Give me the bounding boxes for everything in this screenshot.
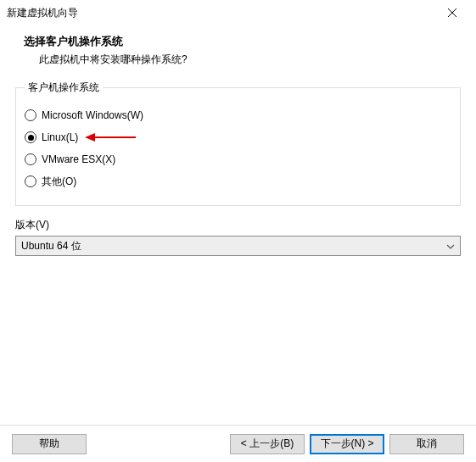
close-icon [448,8,456,17]
svg-marker-3 [85,133,95,142]
radio-label: 其他(O) [42,175,76,189]
wizard-footer: 帮助 < 上一步(B) 下一步(N) > 取消 [0,425,476,462]
radio-option-vmware-esx[interactable]: VMware ESX(X) [25,149,451,170]
version-label: 版本(V) [15,218,461,232]
radio-icon [25,109,36,121]
content-area: 客户机操作系统 Microsoft Windows(W) Linux(L) VM… [0,81,476,256]
chevron-down-icon [446,242,455,251]
version-selected: Ubuntu 64 位 [21,239,81,253]
page-title: 选择客户机操作系统 [7,34,469,49]
radio-icon [25,175,36,187]
cancel-button[interactable]: 取消 [389,434,464,454]
help-button[interactable]: 帮助 [12,434,87,454]
guest-os-fieldset: 客户机操作系统 Microsoft Windows(W) Linux(L) VM… [15,81,461,206]
titlebar: 新建虚拟机向导 [0,0,476,25]
radio-icon [25,153,36,165]
window-title: 新建虚拟机向导 [7,6,78,20]
guest-os-legend: 客户机操作系统 [25,81,103,95]
close-button[interactable] [435,1,469,25]
wizard-header: 选择客户机操作系统 此虚拟机中将安装哪种操作系统? [0,25,476,81]
annotation-arrow-icon [85,131,136,146]
version-dropdown[interactable]: Ubuntu 64 位 [15,236,461,256]
radio-option-windows[interactable]: Microsoft Windows(W) [25,105,451,125]
next-button[interactable]: 下一步(N) > [310,434,384,454]
radio-label: Linux(L) [42,131,78,143]
radio-label: VMware ESX(X) [42,153,115,165]
page-subtitle: 此虚拟机中将安装哪种操作系统? [7,53,469,67]
back-button[interactable]: < 上一步(B) [230,434,305,454]
radio-option-other[interactable]: 其他(O) [25,171,451,192]
radio-icon [25,131,36,143]
radio-label: Microsoft Windows(W) [42,109,143,121]
radio-option-linux[interactable]: Linux(L) [25,127,451,148]
